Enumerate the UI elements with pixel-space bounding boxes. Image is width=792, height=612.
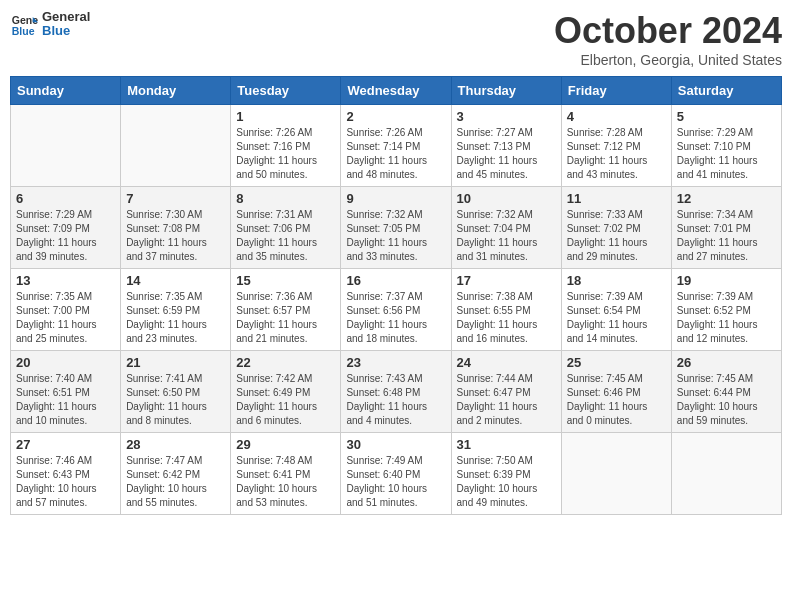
page-header: General Blue General Blue October 2024 E… (10, 10, 782, 68)
day-info: Sunrise: 7:26 AMSunset: 7:14 PMDaylight:… (346, 126, 445, 182)
logo-general: General (42, 10, 90, 24)
day-number: 24 (457, 355, 556, 370)
day-info: Sunrise: 7:31 AMSunset: 7:06 PMDaylight:… (236, 208, 335, 264)
calendar-table: SundayMondayTuesdayWednesdayThursdayFrid… (10, 76, 782, 515)
month-title: October 2024 (554, 10, 782, 52)
day-number: 22 (236, 355, 335, 370)
day-number: 7 (126, 191, 225, 206)
day-info: Sunrise: 7:37 AMSunset: 6:56 PMDaylight:… (346, 290, 445, 346)
day-number: 23 (346, 355, 445, 370)
day-info: Sunrise: 7:45 AMSunset: 6:44 PMDaylight:… (677, 372, 776, 428)
title-block: October 2024 Elberton, Georgia, United S… (554, 10, 782, 68)
day-number: 9 (346, 191, 445, 206)
day-number: 8 (236, 191, 335, 206)
location-title: Elberton, Georgia, United States (554, 52, 782, 68)
day-number: 19 (677, 273, 776, 288)
calendar-cell: 6Sunrise: 7:29 AMSunset: 7:09 PMDaylight… (11, 187, 121, 269)
calendar-cell: 16Sunrise: 7:37 AMSunset: 6:56 PMDayligh… (341, 269, 451, 351)
day-info: Sunrise: 7:39 AMSunset: 6:52 PMDaylight:… (677, 290, 776, 346)
day-info: Sunrise: 7:35 AMSunset: 7:00 PMDaylight:… (16, 290, 115, 346)
day-info: Sunrise: 7:35 AMSunset: 6:59 PMDaylight:… (126, 290, 225, 346)
day-info: Sunrise: 7:46 AMSunset: 6:43 PMDaylight:… (16, 454, 115, 510)
day-number: 13 (16, 273, 115, 288)
calendar-cell (561, 433, 671, 515)
day-info: Sunrise: 7:39 AMSunset: 6:54 PMDaylight:… (567, 290, 666, 346)
calendar-cell: 18Sunrise: 7:39 AMSunset: 6:54 PMDayligh… (561, 269, 671, 351)
weekday-header-row: SundayMondayTuesdayWednesdayThursdayFrid… (11, 77, 782, 105)
calendar-cell: 20Sunrise: 7:40 AMSunset: 6:51 PMDayligh… (11, 351, 121, 433)
day-number: 27 (16, 437, 115, 452)
day-number: 18 (567, 273, 666, 288)
day-info: Sunrise: 7:33 AMSunset: 7:02 PMDaylight:… (567, 208, 666, 264)
day-info: Sunrise: 7:30 AMSunset: 7:08 PMDaylight:… (126, 208, 225, 264)
weekday-header-wednesday: Wednesday (341, 77, 451, 105)
day-info: Sunrise: 7:34 AMSunset: 7:01 PMDaylight:… (677, 208, 776, 264)
day-info: Sunrise: 7:29 AMSunset: 7:09 PMDaylight:… (16, 208, 115, 264)
day-info: Sunrise: 7:40 AMSunset: 6:51 PMDaylight:… (16, 372, 115, 428)
calendar-cell: 11Sunrise: 7:33 AMSunset: 7:02 PMDayligh… (561, 187, 671, 269)
day-number: 1 (236, 109, 335, 124)
logo-blue: Blue (42, 24, 90, 38)
calendar-cell (121, 105, 231, 187)
day-number: 12 (677, 191, 776, 206)
day-number: 6 (16, 191, 115, 206)
day-info: Sunrise: 7:32 AMSunset: 7:05 PMDaylight:… (346, 208, 445, 264)
day-number: 20 (16, 355, 115, 370)
week-row-4: 20Sunrise: 7:40 AMSunset: 6:51 PMDayligh… (11, 351, 782, 433)
day-number: 15 (236, 273, 335, 288)
day-info: Sunrise: 7:29 AMSunset: 7:10 PMDaylight:… (677, 126, 776, 182)
week-row-5: 27Sunrise: 7:46 AMSunset: 6:43 PMDayligh… (11, 433, 782, 515)
calendar-cell: 4Sunrise: 7:28 AMSunset: 7:12 PMDaylight… (561, 105, 671, 187)
day-number: 17 (457, 273, 556, 288)
calendar-cell: 31Sunrise: 7:50 AMSunset: 6:39 PMDayligh… (451, 433, 561, 515)
day-info: Sunrise: 7:41 AMSunset: 6:50 PMDaylight:… (126, 372, 225, 428)
week-row-2: 6Sunrise: 7:29 AMSunset: 7:09 PMDaylight… (11, 187, 782, 269)
day-info: Sunrise: 7:27 AMSunset: 7:13 PMDaylight:… (457, 126, 556, 182)
day-number: 16 (346, 273, 445, 288)
calendar-cell: 24Sunrise: 7:44 AMSunset: 6:47 PMDayligh… (451, 351, 561, 433)
day-info: Sunrise: 7:49 AMSunset: 6:40 PMDaylight:… (346, 454, 445, 510)
day-info: Sunrise: 7:43 AMSunset: 6:48 PMDaylight:… (346, 372, 445, 428)
weekday-header-monday: Monday (121, 77, 231, 105)
calendar-cell: 30Sunrise: 7:49 AMSunset: 6:40 PMDayligh… (341, 433, 451, 515)
day-info: Sunrise: 7:26 AMSunset: 7:16 PMDaylight:… (236, 126, 335, 182)
day-info: Sunrise: 7:48 AMSunset: 6:41 PMDaylight:… (236, 454, 335, 510)
calendar-cell (671, 433, 781, 515)
logo-icon: General Blue (10, 10, 38, 38)
weekday-header-tuesday: Tuesday (231, 77, 341, 105)
calendar-cell: 13Sunrise: 7:35 AMSunset: 7:00 PMDayligh… (11, 269, 121, 351)
day-info: Sunrise: 7:50 AMSunset: 6:39 PMDaylight:… (457, 454, 556, 510)
calendar-cell: 8Sunrise: 7:31 AMSunset: 7:06 PMDaylight… (231, 187, 341, 269)
calendar-cell: 27Sunrise: 7:46 AMSunset: 6:43 PMDayligh… (11, 433, 121, 515)
calendar-cell: 25Sunrise: 7:45 AMSunset: 6:46 PMDayligh… (561, 351, 671, 433)
day-number: 28 (126, 437, 225, 452)
calendar-cell: 19Sunrise: 7:39 AMSunset: 6:52 PMDayligh… (671, 269, 781, 351)
day-number: 30 (346, 437, 445, 452)
calendar-cell: 23Sunrise: 7:43 AMSunset: 6:48 PMDayligh… (341, 351, 451, 433)
calendar-cell: 1Sunrise: 7:26 AMSunset: 7:16 PMDaylight… (231, 105, 341, 187)
logo: General Blue General Blue (10, 10, 90, 39)
day-info: Sunrise: 7:47 AMSunset: 6:42 PMDaylight:… (126, 454, 225, 510)
day-number: 2 (346, 109, 445, 124)
day-number: 4 (567, 109, 666, 124)
day-number: 29 (236, 437, 335, 452)
day-info: Sunrise: 7:42 AMSunset: 6:49 PMDaylight:… (236, 372, 335, 428)
calendar-cell: 14Sunrise: 7:35 AMSunset: 6:59 PMDayligh… (121, 269, 231, 351)
calendar-cell: 5Sunrise: 7:29 AMSunset: 7:10 PMDaylight… (671, 105, 781, 187)
calendar-cell: 2Sunrise: 7:26 AMSunset: 7:14 PMDaylight… (341, 105, 451, 187)
day-info: Sunrise: 7:32 AMSunset: 7:04 PMDaylight:… (457, 208, 556, 264)
day-number: 5 (677, 109, 776, 124)
calendar-cell: 15Sunrise: 7:36 AMSunset: 6:57 PMDayligh… (231, 269, 341, 351)
week-row-1: 1Sunrise: 7:26 AMSunset: 7:16 PMDaylight… (11, 105, 782, 187)
weekday-header-saturday: Saturday (671, 77, 781, 105)
day-info: Sunrise: 7:44 AMSunset: 6:47 PMDaylight:… (457, 372, 556, 428)
calendar-cell: 28Sunrise: 7:47 AMSunset: 6:42 PMDayligh… (121, 433, 231, 515)
calendar-cell: 29Sunrise: 7:48 AMSunset: 6:41 PMDayligh… (231, 433, 341, 515)
day-info: Sunrise: 7:36 AMSunset: 6:57 PMDaylight:… (236, 290, 335, 346)
day-info: Sunrise: 7:28 AMSunset: 7:12 PMDaylight:… (567, 126, 666, 182)
calendar-cell: 7Sunrise: 7:30 AMSunset: 7:08 PMDaylight… (121, 187, 231, 269)
weekday-header-thursday: Thursday (451, 77, 561, 105)
calendar-cell: 9Sunrise: 7:32 AMSunset: 7:05 PMDaylight… (341, 187, 451, 269)
day-number: 11 (567, 191, 666, 206)
weekday-header-friday: Friday (561, 77, 671, 105)
